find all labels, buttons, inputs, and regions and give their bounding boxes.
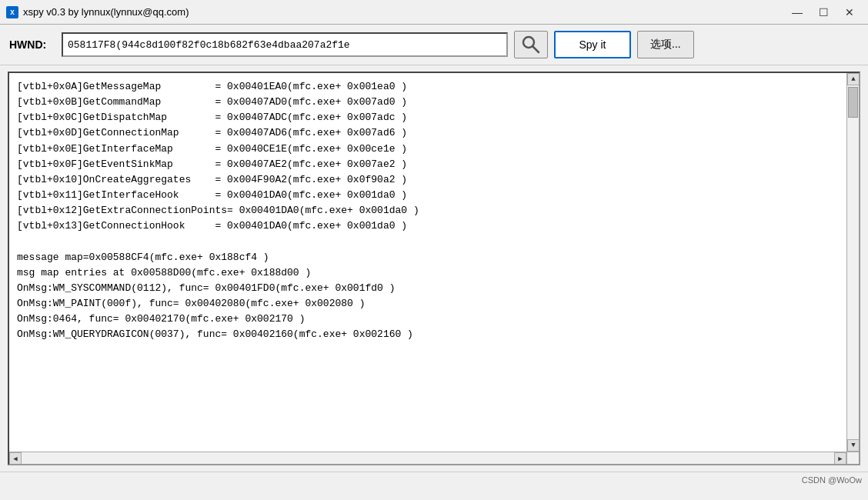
options-button[interactable]: 选项... [637, 31, 694, 58]
scrollbar-corner [846, 452, 859, 464]
title-bar: x xspy v0.3 by lynnux(lynnux@qq.com) — ☐… [0, 0, 868, 25]
title-bar-controls: — ☐ ✕ [785, 4, 862, 21]
search-button[interactable] [514, 31, 548, 58]
close-button[interactable]: ✕ [837, 4, 862, 21]
output-text: [vtbl+0x0A]GetMessageMap = 0x00401EA0(mf… [9, 73, 846, 452]
scrollbar-horizontal: ◀ ▶ [9, 452, 846, 464]
scrollbar-v-track[interactable] [847, 85, 859, 439]
scroll-left-button[interactable]: ◀ [9, 452, 22, 465]
scroll-up-button[interactable]: ▲ [847, 73, 860, 85]
scrollbar-v-thumb[interactable] [848, 87, 858, 118]
maximize-button[interactable]: ☐ [811, 4, 836, 21]
title-bar-left: x xspy v0.3 by lynnux(lynnux@qq.com) [6, 6, 189, 18]
spy-it-button[interactable]: Spy it [554, 31, 631, 58]
scroll-right-button[interactable]: ▶ [834, 452, 846, 465]
scrollbar-h-track[interactable] [22, 452, 834, 464]
status-bar: CSDN @WoOw [0, 472, 868, 487]
toolbar: HWND: Spy it 选项... [0, 25, 868, 65]
app-title: xspy v0.3 by lynnux(lynnux@qq.com) [23, 6, 189, 18]
scrollbar-vertical: ▲ ▼ [846, 73, 859, 452]
hwnd-input[interactable] [62, 32, 508, 57]
hwnd-label: HWND: [9, 38, 55, 51]
minimize-button[interactable]: — [785, 4, 810, 21]
content-area: [vtbl+0x0A]GetMessageMap = 0x00401EA0(mf… [8, 72, 860, 465]
svg-line-1 [533, 47, 539, 53]
status-text: CSDN @WoOw [802, 475, 862, 485]
app-icon: x [6, 6, 18, 18]
app-icon-label: x [10, 8, 15, 16]
scroll-down-button[interactable]: ▼ [847, 439, 860, 452]
search-icon [521, 35, 541, 55]
